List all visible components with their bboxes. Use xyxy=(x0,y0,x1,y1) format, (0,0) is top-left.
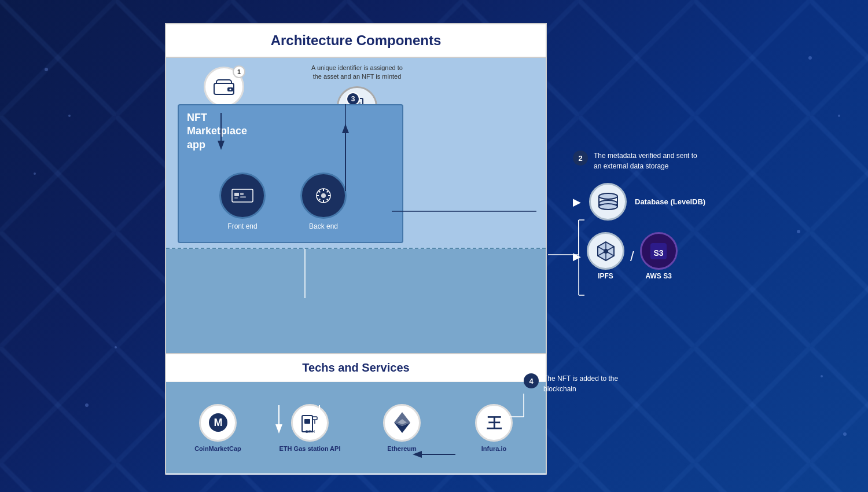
svg-point-8 xyxy=(821,375,823,377)
svg-point-3 xyxy=(808,56,812,60)
svg-point-7 xyxy=(85,403,89,407)
svg-point-47 xyxy=(599,204,617,210)
svg-rect-20 xyxy=(240,196,246,198)
svg-rect-28 xyxy=(312,417,317,420)
svg-text:M: M xyxy=(214,417,222,428)
ethereum-icon xyxy=(383,404,421,442)
ipfs-icon xyxy=(587,232,624,270)
ethereum-label: Ethereum xyxy=(362,445,442,452)
right-components: 2 The metadata verified and sent to an e… xyxy=(573,150,705,280)
ethgas-icon: ETH xyxy=(291,404,329,442)
tech-ethgas: ETH ETH Gas station API xyxy=(270,404,350,452)
tech-coinmarketcap: M CoinMarketCap xyxy=(178,404,258,452)
techs-title: Techs and Services xyxy=(166,354,546,382)
svg-point-12 xyxy=(230,89,231,90)
database-row: ▶ Database (LevelDB) xyxy=(573,183,705,221)
coinmarketcap-label: CoinMarketCap xyxy=(178,445,258,452)
svg-point-45 xyxy=(599,193,617,199)
frontend-label: Front end xyxy=(214,222,271,230)
svg-point-1 xyxy=(68,115,71,117)
svg-text:王: 王 xyxy=(487,414,502,432)
coinmarketcap-icon: M xyxy=(199,404,237,442)
techs-body: M CoinMarketCap ETH xyxy=(166,382,546,473)
backend-icon xyxy=(300,172,347,219)
nft-marketplace-label: NFTMarketplaceapp xyxy=(179,105,402,157)
database-label: Database (LevelDB) xyxy=(635,197,705,206)
svg-rect-18 xyxy=(234,193,239,196)
infura-label: Infura.io xyxy=(454,445,534,452)
svg-text:S3: S3 xyxy=(654,248,664,258)
svg-point-2 xyxy=(34,172,36,175)
svg-point-23 xyxy=(321,193,326,198)
svg-point-6 xyxy=(115,346,117,348)
blockchain-desc: The NFT is added to the blockchain xyxy=(543,373,619,394)
ipfs-label: IPFS xyxy=(587,272,624,280)
diagram-title: Architecture Components xyxy=(166,24,546,58)
aws-s3-component: S3 AWS S3 xyxy=(640,232,678,280)
database-icon xyxy=(589,183,627,221)
slash-divider: / xyxy=(630,248,634,265)
svg-rect-19 xyxy=(240,193,244,195)
tech-infura: 王 Infura.io xyxy=(454,404,534,452)
metadata-desc-text: The metadata verified and sent to an ext… xyxy=(594,150,704,171)
svg-point-5 xyxy=(797,230,800,233)
tech-ethereum: Ethereum xyxy=(362,404,442,452)
ipfs-aws-row: ▶ IPFS / S3 xyxy=(573,232,705,280)
badge-4: 4 xyxy=(524,373,539,388)
metadata-storage-desc: 2 The metadata verified and sent to an e… xyxy=(573,150,705,171)
aws-s3-label: AWS S3 xyxy=(640,272,678,280)
infura-icon: 王 xyxy=(475,404,513,442)
ethgas-label: ETH Gas station API xyxy=(270,445,350,452)
frontend-icon xyxy=(219,172,266,219)
aws-s3-icon: S3 xyxy=(640,232,678,270)
badge-2: 2 xyxy=(573,150,588,166)
svg-rect-21 xyxy=(234,197,238,199)
nft-marketplace-box: NFTMarketplaceapp Front end xyxy=(178,104,403,243)
svg-point-4 xyxy=(838,115,840,117)
backend-area: Back end xyxy=(295,172,352,230)
techs-section: Techs and Services M CoinMarketCap xyxy=(166,353,546,475)
svg-point-9 xyxy=(843,432,847,436)
blockchain-component: 4 The NFT is added to the blockchain xyxy=(524,373,619,394)
architecture-diagram: Architecture Components 1 Digital wallet… xyxy=(165,23,547,475)
badge-1: 1 xyxy=(233,65,245,78)
wallet-icon: 1 xyxy=(204,67,244,107)
frontend-area: Front end xyxy=(214,172,271,230)
svg-rect-27 xyxy=(304,419,310,424)
backend-label: Back end xyxy=(295,222,352,230)
ipfs-component: IPFS xyxy=(587,232,624,280)
svg-point-0 xyxy=(45,68,48,71)
svg-text:ETH: ETH xyxy=(306,429,315,434)
svg-point-52 xyxy=(604,249,608,254)
smart-contracts-desc: A unique identifier is assigned to the a… xyxy=(311,64,403,82)
diagram-body: 1 Digital wallets Users upload a digital… xyxy=(166,58,546,475)
